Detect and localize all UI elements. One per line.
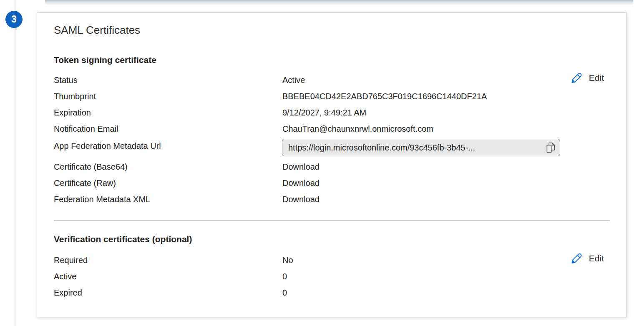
verification-certificates-heading: Verification certificates (optional) — [54, 234, 192, 244]
required-row: Required No — [54, 256, 610, 268]
certificate-base64-download-link[interactable]: Download — [282, 162, 319, 172]
expiration-label: Expiration — [54, 108, 91, 118]
copy-icon — [545, 142, 556, 155]
notification-email-value: ChauTran@chaunxnrwl.onmicrosoft.com — [282, 124, 433, 134]
status-label: Status — [54, 75, 78, 85]
expiration-row: Expiration 9/12/2027, 9:49:21 AM — [54, 108, 610, 120]
expired-label: Expired — [54, 288, 82, 298]
expired-row: Expired 0 — [54, 288, 610, 301]
app-federation-metadata-url-label: App Federation Metadata Url — [54, 141, 161, 151]
section-divider — [54, 220, 610, 221]
status-value: Active — [282, 75, 305, 85]
page: 3 SAML Certificates Token signing certif… — [0, 0, 644, 326]
certificate-raw-row: Certificate (Raw) Download — [54, 178, 610, 191]
token-signing-certificate-heading: Token signing certificate — [54, 55, 156, 65]
saml-certificates-card: SAML Certificates Token signing certific… — [37, 13, 627, 317]
certificate-raw-download-link[interactable]: Download — [282, 178, 319, 188]
thumbprint-value: BBEBE04CD42E2ABD765C3F019C1696C1440DF21A — [282, 92, 487, 101]
required-value: No — [282, 256, 293, 265]
status-row: Status Active — [54, 75, 610, 88]
federation-metadata-xml-label: Federation Metadata XML — [54, 195, 150, 204]
certificate-base64-row: Certificate (Base64) Download — [54, 162, 610, 175]
step-number-badge: 3 — [5, 11, 23, 28]
federation-metadata-xml-download-link[interactable]: Download — [282, 195, 319, 204]
federation-metadata-xml-row: Federation Metadata XML Download — [54, 195, 610, 207]
expired-value: 0 — [282, 288, 287, 298]
thumbprint-label: Thumbprint — [54, 92, 96, 101]
previous-card-bottom-edge — [45, 0, 633, 5]
app-federation-metadata-url-value: https://login.microsoftonline.com/93c456… — [288, 143, 475, 153]
active-value: 0 — [282, 272, 287, 281]
notification-email-label: Notification Email — [54, 124, 118, 134]
copy-url-button[interactable] — [544, 142, 557, 154]
expiration-value: 9/12/2027, 9:49:21 AM — [282, 108, 366, 118]
thumbprint-row: Thumbprint BBEBE04CD42E2ABD765C3F019C169… — [54, 92, 610, 104]
active-label: Active — [54, 272, 76, 281]
app-federation-metadata-url-field[interactable]: https://login.microsoftonline.com/93c456… — [282, 139, 560, 156]
step-number: 3 — [11, 14, 17, 25]
card-title: SAML Certificates — [54, 24, 140, 37]
certificate-raw-label: Certificate (Raw) — [54, 178, 116, 188]
step-connector-line — [15, 0, 15, 326]
certificate-base64-label: Certificate (Base64) — [54, 162, 128, 172]
required-label: Required — [54, 256, 88, 265]
notification-email-row: Notification Email ChauTran@chaunxnrwl.o… — [54, 124, 610, 137]
active-row: Active 0 — [54, 272, 610, 284]
